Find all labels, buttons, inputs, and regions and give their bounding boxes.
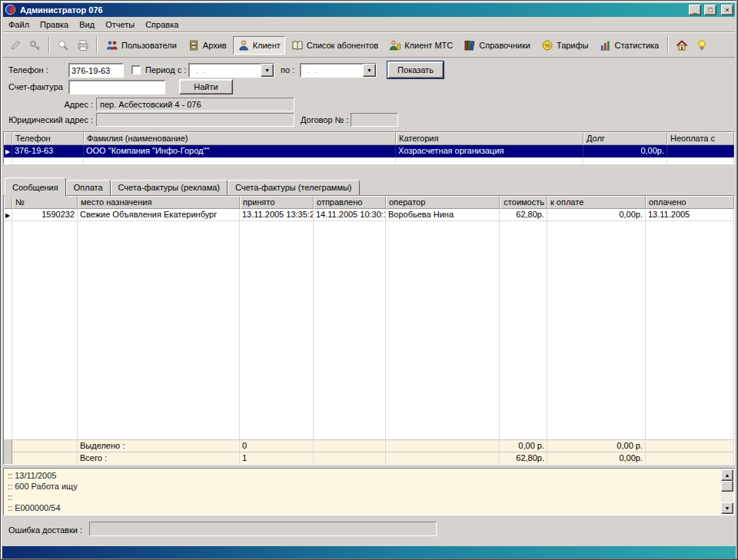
- cell: [314, 221, 386, 439]
- directories-button[interactable]: Справочники: [459, 36, 535, 55]
- period-from-select[interactable]: . . ▼: [188, 63, 274, 78]
- period-to-select[interactable]: . . ▼: [300, 63, 377, 78]
- period-to-label: по :: [281, 65, 294, 75]
- row-arrow-icon: ▶: [5, 212, 10, 219]
- period-checkbox[interactable]: [131, 65, 141, 75]
- subscribers-list-button[interactable]: Список абонентов: [287, 36, 383, 55]
- preview-button[interactable]: [54, 36, 72, 55]
- scroll-thumb[interactable]: [721, 481, 733, 492]
- col-header-due[interactable]: к оплате: [547, 196, 646, 209]
- col-header-phone[interactable]: Телефон: [12, 132, 84, 145]
- col-header-received[interactable]: принято: [240, 196, 314, 209]
- footer-total-label: Всего :: [78, 452, 240, 464]
- footer-selected-cost: 0,00 р.: [500, 439, 547, 452]
- key-icon: [29, 39, 42, 51]
- clients-grid: Телефон Фамилия (наименование) Категория…: [3, 131, 735, 164]
- footer-selected-count: 0: [240, 439, 314, 452]
- menu-view[interactable]: Вид: [74, 18, 100, 31]
- scroll-down-icon[interactable]: ▼: [721, 502, 733, 514]
- archive-icon: [188, 39, 200, 51]
- invoice-input[interactable]: [68, 80, 165, 94]
- menu-help[interactable]: Справка: [140, 18, 184, 31]
- tab-invoices-telegrams[interactable]: Счета-фактуры (телеграммы): [228, 180, 360, 196]
- edit-button[interactable]: [6, 36, 25, 55]
- cell-phone: 376-19-63: [12, 145, 84, 157]
- period-to-value: . .: [301, 64, 363, 77]
- message-row[interactable]: ▶ 1590232 Свежие Объявления Екатеринбург…: [4, 209, 734, 221]
- clients-grid-header: Телефон Фамилия (наименование) Категория…: [4, 132, 734, 145]
- cell-num: 1590232: [12, 209, 78, 221]
- client-button[interactable]: Клиент: [233, 36, 285, 55]
- toolbar-separator: [667, 37, 669, 54]
- cell: [4, 221, 12, 439]
- footer-total-cost: 62,80р.: [500, 452, 547, 464]
- footer-selected-due: 0,00 р.: [547, 439, 646, 452]
- title-bar[interactable]: Администратор 076 _ □ ×: [3, 3, 735, 17]
- client-mts-button[interactable]: Клиент МТС: [384, 36, 457, 55]
- maximize-button[interactable]: □: [704, 5, 716, 15]
- find-button[interactable]: Найти: [179, 79, 233, 94]
- minimize-button[interactable]: _: [689, 5, 701, 15]
- preview-icon: [57, 39, 69, 51]
- col-header-sent[interactable]: отправлено: [314, 196, 386, 209]
- close-button[interactable]: ×: [721, 5, 733, 15]
- cell-sent: 14.11.2005 10:30:1: [314, 209, 386, 221]
- cell: [314, 439, 386, 452]
- scroll-up-icon[interactable]: ▲: [721, 469, 733, 481]
- tariffs-button[interactable]: % Тарифы: [537, 36, 593, 55]
- invoice-label: Счет-фактура: [8, 82, 63, 91]
- cell: [646, 221, 734, 439]
- messages-grid-header: № место назначения принято отправлено оп…: [4, 196, 734, 209]
- cell: [386, 221, 500, 439]
- print-button[interactable]: [74, 36, 92, 55]
- log-line: :: 600 Работа ищу: [8, 481, 717, 492]
- menu-file[interactable]: Файл: [3, 18, 35, 31]
- current-row-indicator: ▶: [4, 209, 12, 221]
- cell: [667, 157, 734, 164]
- delivery-error-field: [89, 522, 437, 536]
- col-header-paid[interactable]: оплачено: [646, 196, 734, 209]
- log-scrollbar[interactable]: ▲ ▼: [721, 469, 733, 514]
- col-header-cost[interactable]: стоимость: [500, 196, 547, 209]
- users-button[interactable]: Пользователи: [101, 36, 181, 55]
- chevron-down-icon[interactable]: ▼: [261, 64, 274, 77]
- col-header-num[interactable]: №: [12, 196, 78, 209]
- show-button[interactable]: Показать: [387, 61, 444, 78]
- delivery-error-label: Ошибка доставки :: [8, 525, 82, 535]
- cell-cost: 62,80р.: [500, 209, 547, 221]
- col-header-unpaid[interactable]: Неоплата с: [667, 132, 734, 145]
- menu-edit[interactable]: Правка: [35, 18, 74, 31]
- col-header-operator[interactable]: оператор: [386, 196, 500, 209]
- chevron-down-icon[interactable]: ▼: [363, 64, 376, 77]
- statistics-icon: [599, 39, 611, 51]
- home-button[interactable]: [673, 36, 691, 55]
- cell: [12, 439, 78, 452]
- col-header-debt[interactable]: Долг: [583, 132, 667, 145]
- filter-panel: Телефон : Период с : . . ▼ по : . . ▼ По…: [1, 58, 737, 131]
- cell: [646, 452, 734, 464]
- messages-grid-filler: [4, 221, 734, 439]
- cell: [84, 157, 396, 164]
- client-row[interactable]: ▶ 376-19-63 ООО "Компания "Инфо-Город"" …: [4, 145, 734, 157]
- col-header-name[interactable]: Фамилия (наименование): [84, 132, 396, 145]
- row-arrow-icon: ▶: [5, 148, 10, 155]
- archive-button[interactable]: Архив: [183, 36, 231, 55]
- tariffs-button-label: Тарифы: [557, 41, 589, 50]
- toolbar: Пользователи Архив Клиент Список абонент…: [3, 32, 735, 58]
- statistics-button[interactable]: Статистика: [594, 36, 663, 55]
- client-button-label: Клиент: [253, 41, 281, 50]
- menu-reports[interactable]: Отчеты: [100, 18, 140, 31]
- tab-invoices-ads[interactable]: Счета-фактуры (реклама): [111, 180, 228, 196]
- phone-input[interactable]: [68, 63, 124, 78]
- lamp-button[interactable]: [693, 36, 711, 55]
- key-button[interactable]: [26, 36, 45, 55]
- message-log[interactable]: :: 13/11/2005 :: 600 Работа ищу :: :: E0…: [3, 468, 735, 515]
- col-header-category[interactable]: Категория: [396, 132, 583, 145]
- footer-total-count: 1: [240, 452, 314, 464]
- messages-grid: № место назначения принято отправлено оп…: [3, 195, 735, 465]
- col-header-destination[interactable]: место назначения: [78, 196, 240, 209]
- cell: [4, 157, 12, 164]
- menu-bar: Файл Правка Вид Отчеты Справка: [3, 17, 735, 32]
- tab-payment[interactable]: Оплата: [66, 180, 111, 196]
- tab-messages[interactable]: Сообщения: [5, 177, 66, 197]
